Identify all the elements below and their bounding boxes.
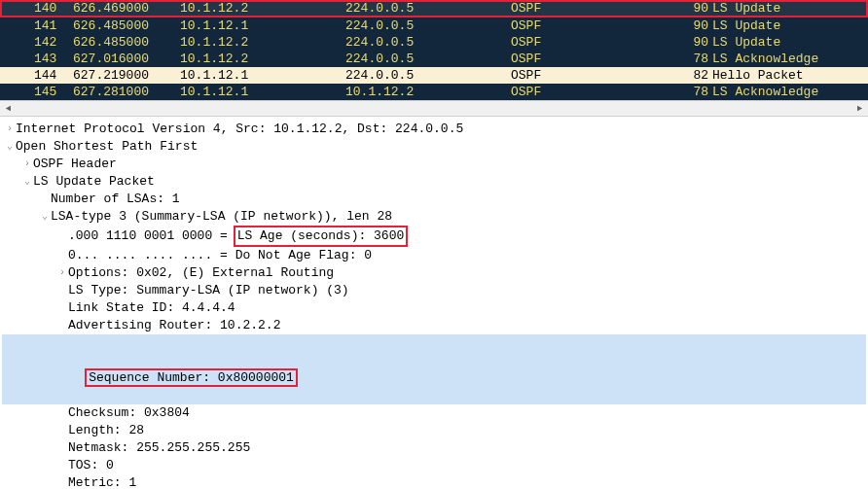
tree-label: LSA-type 3 (Summary-LSA (IP network)), l…	[51, 208, 392, 226]
col-no: 142	[34, 34, 73, 51]
col-info: LS Update	[712, 34, 868, 51]
tree-length[interactable]: Length: 28	[2, 422, 866, 439]
tree-netmask[interactable]: Netmask: 255.255.255.255	[2, 439, 866, 457]
col-no: 145	[34, 84, 73, 100]
tree-metric[interactable]: Metric: 1	[2, 474, 866, 489]
packet-row[interactable]: 142 626.485000 10.1.12.2 224.0.0.5 OSPF …	[0, 34, 868, 51]
tree-ospf-header[interactable]: › OSPF Header	[2, 156, 866, 173]
col-dst: 224.0.0.5	[345, 2, 511, 16]
tree-link-state-id[interactable]: Link State ID: 4.4.4.4	[2, 299, 866, 317]
chevron-right-icon[interactable]: ›	[21, 156, 33, 173]
col-time: 627.281000	[73, 84, 180, 100]
col-info: Hello Packet	[712, 67, 868, 84]
col-no: 141	[34, 17, 73, 34]
packet-list[interactable]: 140 626.469000 10.1.12.2 224.0.0.5 OSPF …	[0, 0, 868, 100]
tree-label: LS Update Packet	[33, 173, 155, 191]
tree-checksum[interactable]: Checksum: 0x3804	[2, 404, 866, 422]
col-len: 82	[681, 67, 708, 84]
tree-label: Open Shortest Path First	[16, 138, 198, 156]
packet-row[interactable]: 140 626.469000 10.1.12.2 224.0.0.5 OSPF …	[0, 0, 868, 17]
tree-label: Link State ID: 4.4.4.4	[68, 299, 235, 317]
col-dst: 224.0.0.5	[345, 67, 511, 84]
tree-bits: .000 1110 0001 0000 =	[68, 227, 235, 245]
col-no: 140	[34, 2, 73, 16]
col-no: 144	[34, 67, 73, 84]
tree-do-not-age[interactable]: 0... .... .... .... = Do Not Age Flag: 0	[2, 247, 866, 264]
chevron-right-icon[interactable]: ›	[56, 264, 68, 282]
col-dst: 224.0.0.5	[345, 34, 511, 51]
chevron-down-icon[interactable]: ⌄	[4, 138, 16, 156]
chevron-down-icon[interactable]: ⌄	[21, 173, 33, 191]
packet-row[interactable]: 143 627.016000 10.1.12.2 224.0.0.5 OSPF …	[0, 51, 868, 67]
tree-num-lsas[interactable]: Number of LSAs: 1	[2, 191, 866, 208]
tree-label: Number of LSAs: 1	[51, 191, 180, 208]
col-no: 143	[34, 51, 73, 67]
scroll-left-icon[interactable]: ◄	[0, 101, 17, 116]
tree-label: OSPF Header	[33, 156, 117, 173]
tree-label: Advertising Router: 10.2.2.2	[68, 317, 280, 334]
col-prot: OSPF	[511, 17, 681, 34]
tree-internet-protocol[interactable]: › Internet Protocol Version 4, Src: 10.1…	[2, 121, 866, 138]
col-time: 627.016000	[73, 51, 180, 67]
col-time: 627.219000	[73, 67, 180, 84]
col-prot: OSPF	[511, 84, 681, 100]
packet-details-pane[interactable]: › Internet Protocol Version 4, Src: 10.1…	[0, 117, 868, 489]
col-src: 10.1.12.1	[180, 84, 345, 100]
col-info: LS Update	[712, 17, 868, 34]
packet-row[interactable]: 144 627.219000 10.1.12.1 224.0.0.5 OSPF …	[0, 67, 868, 84]
highlight-seq-num: Sequence Number: 0x80000001	[85, 368, 298, 387]
col-time: 626.469000	[73, 2, 180, 16]
tree-label: TOS: 0	[68, 457, 114, 474]
tree-label: Internet Protocol Version 4, Src: 10.1.1…	[16, 121, 463, 138]
col-len: 90	[681, 17, 708, 34]
scroll-right-icon[interactable]: ►	[851, 101, 868, 116]
col-src: 10.1.12.1	[180, 67, 345, 84]
tree-advertising-router[interactable]: Advertising Router: 10.2.2.2	[2, 317, 866, 334]
tree-ls-update-packet[interactable]: ⌄ LS Update Packet	[2, 173, 866, 191]
col-prot: OSPF	[511, 2, 681, 16]
col-src: 10.1.12.2	[180, 51, 345, 67]
packet-row[interactable]: 141 626.485000 10.1.12.1 224.0.0.5 OSPF …	[0, 17, 868, 34]
tree-label: Options: 0x02, (E) External Routing	[68, 264, 334, 282]
col-len: 90	[681, 34, 708, 51]
col-prot: OSPF	[511, 34, 681, 51]
chevron-right-icon[interactable]: ›	[4, 121, 16, 138]
col-prot: OSPF	[511, 67, 681, 84]
col-len: 90	[681, 2, 708, 16]
tree-ospf[interactable]: ⌄ Open Shortest Path First	[2, 138, 866, 156]
tree-label: Netmask: 255.255.255.255	[68, 439, 250, 457]
col-time: 626.485000	[73, 17, 180, 34]
col-src: 10.1.12.2	[180, 2, 345, 16]
col-dst: 224.0.0.5	[345, 17, 511, 34]
tree-options[interactable]: › Options: 0x02, (E) External Routing	[2, 264, 866, 282]
col-info: LS Update	[712, 2, 866, 16]
col-len: 78	[681, 84, 708, 100]
tree-label: Checksum: 0x3804	[68, 404, 190, 422]
tree-sequence-number[interactable]: Sequence Number: 0x80000001	[2, 334, 866, 404]
tree-tos[interactable]: TOS: 0	[2, 457, 866, 474]
col-time: 626.485000	[73, 34, 180, 51]
packet-row[interactable]: 145 627.281000 10.1.12.1 10.1.12.2 OSPF …	[0, 84, 868, 100]
col-dst: 224.0.0.5	[345, 51, 511, 67]
tree-ls-age[interactable]: .000 1110 0001 0000 = LS Age (seconds): …	[2, 226, 866, 247]
col-dst: 10.1.12.2	[345, 84, 511, 100]
tree-label: 0... .... .... .... = Do Not Age Flag: 0	[68, 247, 372, 264]
highlight-ls-age: LS Age (seconds): 3600	[234, 226, 409, 247]
tree-label: Length: 28	[68, 422, 144, 439]
chevron-down-icon[interactable]: ⌄	[39, 208, 51, 226]
tree-lsa-type3[interactable]: ⌄ LSA-type 3 (Summary-LSA (IP network)),…	[2, 208, 866, 226]
col-info: LS Acknowledge	[712, 84, 868, 100]
tree-ls-type[interactable]: LS Type: Summary-LSA (IP network) (3)	[2, 282, 866, 299]
col-prot: OSPF	[511, 51, 681, 67]
tree-label: Metric: 1	[68, 474, 136, 489]
col-src: 10.1.12.2	[180, 34, 345, 51]
horizontal-scrollbar[interactable]: ◄ ►	[0, 100, 868, 117]
col-info: LS Acknowledge	[712, 51, 868, 67]
col-src: 10.1.12.1	[180, 17, 345, 34]
col-len: 78	[681, 51, 708, 67]
tree-label: LS Type: Summary-LSA (IP network) (3)	[68, 282, 349, 299]
